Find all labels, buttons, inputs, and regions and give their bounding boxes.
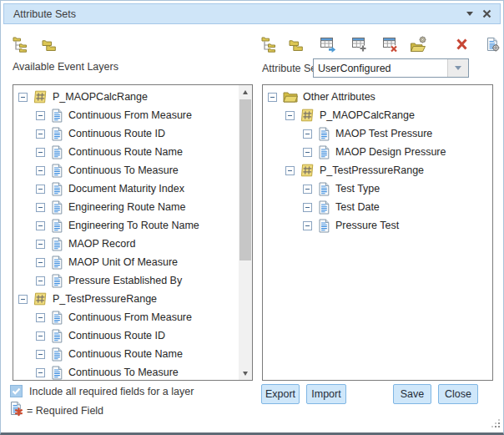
collapse-toggle-icon[interactable]	[303, 129, 312, 139]
collapse-toggle-icon[interactable]	[303, 203, 312, 212]
doc-icon	[51, 274, 63, 288]
close-button[interactable]: Close	[438, 384, 478, 404]
attribute-set-properties-button[interactable]	[483, 35, 501, 53]
collapse-all-layers-button[interactable]	[40, 35, 58, 53]
folder-tree-icon	[261, 36, 279, 53]
tree-node-label: MAOP Unit Of Measure	[68, 256, 178, 268]
tree-node-p-testpressurerange[interactable]: P_TestPressureRange	[13, 290, 252, 308]
tree-node-other-attributes[interactable]: Other Attributes	[263, 88, 492, 106]
tree-node-maop-unit-of-measure[interactable]: MAOP Unit Of Measure	[13, 253, 252, 271]
tree-node-continuous-from-measure[interactable]: Continuous From Measure	[13, 106, 252, 124]
include-required-label: Include all required fields for a layer	[29, 386, 194, 397]
tree-node-continuous-route-name[interactable]: Continuous Route Name	[13, 143, 252, 161]
attribute-set-combobox	[313, 58, 469, 78]
collapse-toggle-icon[interactable]	[36, 350, 45, 359]
doc-icon	[51, 164, 63, 178]
collapse-toggle-icon[interactable]	[36, 313, 45, 322]
folders-icon	[41, 37, 58, 52]
collapse-all-attributes-button[interactable]	[287, 35, 305, 53]
collapse-toggle-icon[interactable]	[36, 331, 45, 341]
collapse-toggle-icon[interactable]	[36, 148, 45, 157]
collapse-toggle-icon[interactable]	[303, 185, 312, 194]
left-panel-scrollbar[interactable]	[239, 85, 252, 380]
tree-node-label: Document Maturity Index	[68, 183, 184, 195]
collapse-toggle-icon[interactable]	[36, 166, 45, 175]
attribute-set-tree: Other AttributesP_MAOPCalcRangeMAOP Test…	[263, 85, 492, 380]
remove-table-button[interactable]	[381, 35, 400, 53]
collapse-toggle-icon[interactable]	[36, 276, 45, 286]
tree-node-continuous-route-name[interactable]: Continuous Route Name	[13, 345, 252, 363]
scroll-up-icon[interactable]	[239, 85, 252, 99]
tree-node-engineering-route-name[interactable]: Engineering Route Name	[13, 198, 252, 216]
collapse-toggle-icon[interactable]	[36, 240, 45, 249]
available-layers-tree: P_MAOPCalcRangeContinuous From MeasureCo…	[13, 85, 252, 380]
collapse-toggle-icon[interactable]	[36, 129, 45, 139]
tree-node-label: Continuous Route Name	[68, 348, 183, 360]
tree-node-maop-record[interactable]: MAOP Record	[13, 235, 252, 253]
save-button[interactable]: Save	[393, 384, 431, 404]
doc-gear-icon	[486, 37, 500, 52]
new-attribute-set-button[interactable]	[409, 35, 427, 53]
collapse-toggle-icon[interactable]	[285, 111, 295, 120]
tree-node-test-type[interactable]: Test Type	[263, 180, 492, 198]
resize-grip-icon[interactable]	[490, 417, 501, 428]
tree-node-p-maopcalcrange[interactable]: P_MAOPCalcRange	[263, 106, 492, 124]
titlebar-buttons	[466, 9, 491, 18]
tree-node-continuous-from-measure[interactable]: Continuous From Measure	[13, 308, 252, 326]
collapse-toggle-icon[interactable]	[303, 221, 312, 230]
collapse-toggle-icon[interactable]	[36, 221, 45, 230]
include-required-checkbox[interactable]	[10, 385, 23, 397]
attribute-set-dropdown-button[interactable]	[447, 59, 468, 77]
tree-node-test-date[interactable]: Test Date	[263, 198, 492, 216]
event-icon	[300, 109, 315, 122]
tree-node-continuous-route-id[interactable]: Continuous Route ID	[13, 326, 252, 345]
import-button[interactable]: Import	[306, 384, 346, 404]
tree-node-maop-test-pressure[interactable]: MAOP Test Pressure	[263, 124, 492, 143]
delete-attribute-set-button[interactable]	[452, 35, 471, 53]
collapse-toggle-icon[interactable]	[36, 111, 45, 120]
folders-icon	[288, 37, 305, 52]
collapse-toggle-icon[interactable]	[18, 295, 28, 304]
tree-node-p-testpressurerange[interactable]: P_TestPressureRange	[263, 161, 492, 180]
doc-icon	[51, 311, 63, 325]
collapse-toggle-icon[interactable]	[36, 203, 45, 212]
dialog-menu-caret-icon[interactable]	[466, 12, 473, 16]
collapse-toggle-icon[interactable]	[36, 368, 45, 377]
tree-node-label: Continuous Route ID	[68, 128, 165, 139]
tree-node-engineering-to-route-name[interactable]: Engineering To Route Name	[13, 216, 252, 235]
add-table-button[interactable]	[350, 35, 369, 53]
collapse-toggle-icon[interactable]	[268, 93, 277, 102]
doc-icon	[51, 219, 63, 233]
tree-node-document-maturity-index[interactable]: Document Maturity Index	[13, 180, 252, 198]
collapse-toggle-icon[interactable]	[36, 185, 45, 194]
collapse-toggle-icon[interactable]	[285, 166, 295, 175]
collapse-toggle-icon[interactable]	[303, 148, 312, 157]
collapse-toggle-icon[interactable]	[18, 93, 28, 102]
expand-all-layers-button[interactable]	[12, 35, 30, 53]
scroll-down-icon[interactable]	[239, 367, 252, 380]
tree-node-label: Test Type	[335, 183, 380, 195]
tree-node-p-maopcalcrange[interactable]: P_MAOPCalcRange	[13, 88, 252, 106]
attribute-set-input[interactable]	[314, 59, 447, 77]
dialog-close-icon[interactable]	[482, 9, 491, 18]
add-fields-to-set-button[interactable]	[319, 35, 337, 53]
tree-node-continuous-to-measure[interactable]: Continuous To Measure	[13, 161, 252, 180]
tree-node-continuous-to-measure[interactable]: Continuous To Measure	[13, 363, 252, 381]
tree-node-continuous-route-id[interactable]: Continuous Route ID	[13, 124, 252, 143]
required-field-icon	[9, 401, 24, 417]
available-layers-panel: P_MAOPCalcRangeContinuous From MeasureCo…	[13, 84, 253, 381]
tree-node-maop-design-pressure[interactable]: MAOP Design Pressure	[263, 143, 492, 161]
collapse-toggle-icon[interactable]	[36, 258, 45, 267]
scrollbar-thumb[interactable]	[239, 99, 251, 260]
tree-node-pressure-established-by[interactable]: Pressure Established By	[13, 271, 252, 290]
export-button[interactable]: Export	[261, 384, 300, 404]
tree-node-label: Pressure Test	[335, 220, 399, 231]
attribute-sets-dialog: Attribute Sets Available Event Layers At…	[0, 0, 504, 435]
doc-icon	[51, 366, 63, 380]
tree-node-label: Continuous From Measure	[68, 109, 192, 121]
doc-icon	[51, 329, 63, 343]
tree-node-label: Continuous To Measure	[68, 367, 179, 378]
tree-node-pressure-test[interactable]: Pressure Test	[263, 216, 492, 235]
expand-all-attributes-button[interactable]	[260, 35, 279, 53]
tree-node-label: Pressure Established By	[68, 275, 182, 286]
